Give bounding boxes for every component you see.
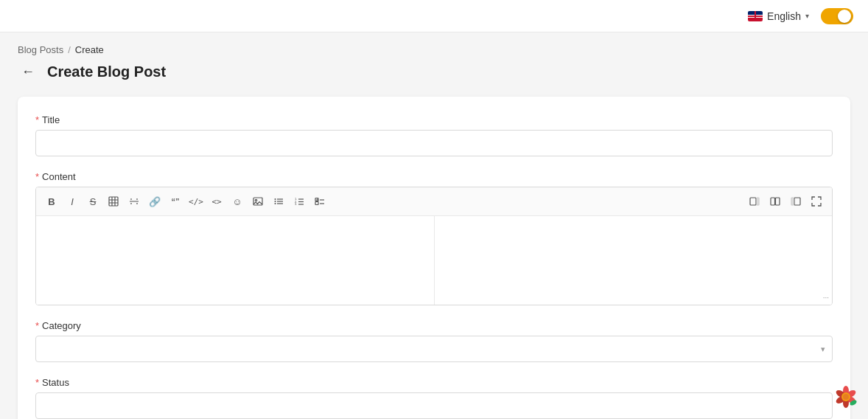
content-editor: B I S (35, 187, 833, 305)
content-group: *Content B I S (35, 171, 833, 305)
title-group: *Title (35, 114, 833, 156)
task-list-button[interactable] (310, 192, 329, 211)
language-selector[interactable]: English ▾ (748, 10, 809, 22)
svg-point-11 (255, 199, 256, 201)
status-input-wrapper (35, 392, 833, 419)
bullet-list-button[interactable] (269, 192, 288, 211)
svg-point-12 (275, 198, 276, 200)
breadcrumb: Blog Posts / Create (18, 44, 850, 55)
page-title: Create Blog Post (47, 63, 166, 80)
svg-point-43 (843, 394, 849, 400)
category-group: *Category ▾ (35, 320, 833, 362)
title-label: *Title (35, 114, 833, 125)
link-button[interactable]: 🔗 (145, 192, 164, 211)
inline-code-button[interactable]: </> (186, 192, 206, 211)
back-arrow-icon: ← (21, 64, 35, 80)
back-button[interactable]: ← (18, 61, 38, 82)
theme-toggle[interactable] (821, 8, 853, 24)
image-button[interactable] (248, 192, 267, 211)
status-group: *Status (35, 377, 833, 419)
code-block-button[interactable]: <> (207, 192, 226, 211)
strikethrough-button[interactable]: S (83, 192, 102, 211)
svg-rect-31 (757, 198, 759, 205)
svg-line-26 (317, 200, 318, 201)
italic-button[interactable]: I (63, 192, 82, 211)
editor-toolbar: B I S (36, 187, 832, 216)
emoji-button[interactable]: ☺ (228, 192, 247, 211)
view-right-button[interactable] (786, 192, 805, 211)
fullscreen-button[interactable] (807, 192, 826, 211)
title-input[interactable] (35, 130, 833, 156)
breadcrumb-separator: / (68, 44, 71, 55)
svg-rect-33 (776, 198, 780, 205)
category-required-star: * (35, 320, 39, 331)
svg-rect-35 (791, 198, 794, 205)
status-input[interactable] (35, 392, 833, 419)
content-editor-right: ··· (434, 216, 833, 305)
content-required-star: * (35, 171, 39, 182)
page-header: ← Create Blog Post (18, 61, 850, 82)
page-content: Blog Posts / Create ← Create Blog Post *… (0, 32, 868, 419)
editor-body: ··· (36, 216, 832, 305)
status-label: *Status (35, 377, 833, 388)
content-label: *Content (35, 171, 833, 182)
flower-icon (833, 384, 859, 410)
svg-rect-0 (109, 197, 118, 206)
resize-handle[interactable]: ··· (823, 294, 829, 302)
toolbar-right (745, 192, 826, 211)
flag-icon (748, 11, 763, 21)
category-select[interactable] (35, 336, 833, 362)
chevron-down-icon: ▾ (805, 12, 809, 20)
divider-button[interactable] (125, 192, 144, 211)
content-editor-left[interactable] (36, 216, 434, 305)
form-card: *Title *Content B I S (18, 97, 850, 419)
view-split-button[interactable] (766, 192, 785, 211)
svg-text:3.: 3. (295, 202, 297, 206)
top-bar: English ▾ (0, 0, 868, 32)
svg-rect-30 (750, 198, 756, 205)
breadcrumb-parent[interactable]: Blog Posts (18, 44, 63, 55)
category-label: *Category (35, 320, 833, 331)
table-button[interactable] (104, 192, 123, 211)
blockquote-button[interactable]: “” (166, 192, 185, 211)
svg-point-14 (275, 203, 276, 204)
language-label: English (767, 10, 801, 22)
status-required-star: * (35, 377, 39, 388)
svg-point-13 (275, 201, 276, 202)
ordered-list-button[interactable]: 1. 2. 3. (290, 192, 309, 211)
category-select-wrapper: ▾ (35, 336, 833, 362)
bold-button[interactable]: B (42, 192, 61, 211)
view-left-button[interactable] (745, 192, 764, 211)
svg-rect-32 (771, 198, 775, 205)
svg-rect-25 (315, 202, 318, 205)
title-required-star: * (35, 114, 39, 125)
svg-rect-34 (794, 198, 800, 205)
breadcrumb-current: Create (75, 44, 104, 55)
